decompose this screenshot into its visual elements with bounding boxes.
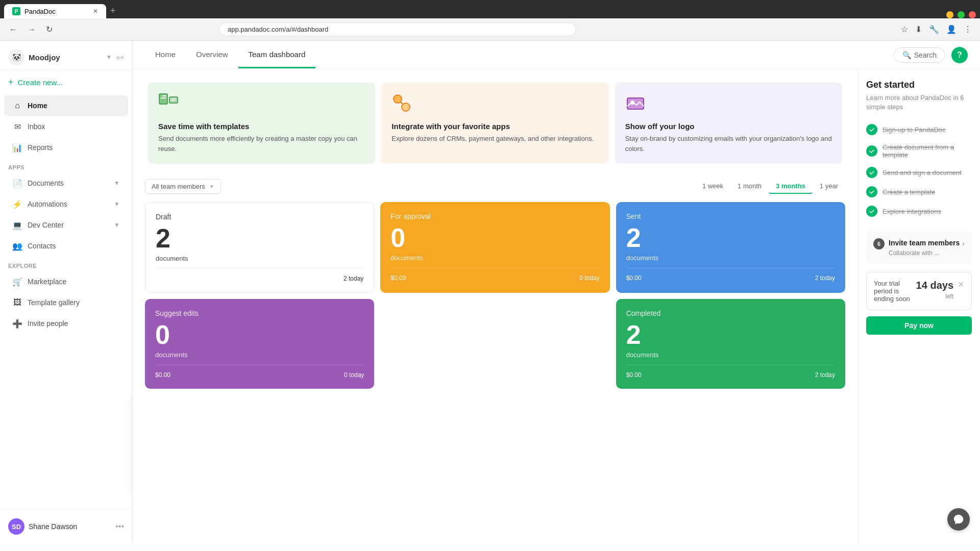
promo-card-desc: Stay on-brand by customizing emails with… — [625, 134, 832, 154]
promo-card-integrations[interactable]: Integrate with your favorite apps Explor… — [381, 83, 608, 164]
profile-icon[interactable]: 👤 — [944, 22, 959, 36]
checklist-item-label: Sign-up to PandaDoc — [883, 126, 946, 134]
collapse-sidebar-button[interactable]: «« — [116, 53, 124, 61]
checklist-item-label: Create a template — [883, 188, 935, 196]
filter-1year[interactable]: 1 year — [813, 179, 845, 194]
address-bar[interactable]: app.pandadoc.com/a/#/dashboard — [219, 22, 576, 36]
minimize-button[interactable] — [946, 11, 953, 18]
trial-text: Your trial period is ending soon — [874, 280, 912, 303]
bookmark-icon[interactable]: ☆ — [899, 22, 910, 36]
browser-tab-bar: P PandaDoc ✕ + — [0, 0, 980, 18]
stat-card-suggest-edits[interactable]: Suggest edits 0 documents $0.00 0 today — [145, 299, 374, 389]
filter-1week[interactable]: 1 week — [695, 179, 730, 194]
sidebar-item-invite-people[interactable]: ➕ Invite people — [4, 313, 128, 334]
promo-card-desc: Send documents more efficiently by creat… — [158, 134, 365, 154]
download-icon[interactable]: ⬇ — [913, 22, 924, 36]
sidebar-item-documents[interactable]: 📄 Documents ▼ — [4, 173, 128, 193]
promo-card-templates[interactable]: Save time with templates Send documents … — [148, 83, 375, 164]
url-display: app.pandadoc.com/a/#/dashboard — [228, 26, 568, 33]
create-new-button[interactable]: + Create new... — [0, 70, 132, 95]
invite-section[interactable]: 6 Invite team members › Collaborate with… — [866, 231, 972, 264]
invite-step-number: 6 — [873, 238, 885, 249]
user-more-icon[interactable]: ••• — [115, 522, 124, 531]
main-tabs: Home Overview Team dashboard — [145, 42, 315, 68]
sidebar-item-dev-center[interactable]: 💻 Dev Center ▼ — [4, 215, 128, 235]
stat-card-for-approval[interactable]: For approval 0 documents $0.00 0 today — [380, 202, 609, 293]
tab-team-dashboard[interactable]: Team dashboard — [238, 42, 316, 68]
user-profile-button[interactable]: SD Shane Dawson ••• — [0, 513, 132, 540]
svg-point-6 — [394, 95, 402, 103]
stat-card-completed[interactable]: Completed 2 documents $0.00 2 today — [616, 299, 845, 389]
svg-rect-2 — [161, 97, 166, 98]
sidebar: 🐼 Moodjoy ▼ «« + Create new... ⌂ Home ✉ … — [0, 41, 133, 544]
expand-arrow-icon: ▼ — [114, 221, 120, 229]
chat-bubble-button[interactable] — [947, 508, 970, 531]
new-tab-button[interactable]: + — [106, 4, 120, 18]
filter-3months[interactable]: 3 months — [769, 179, 813, 194]
team-filter-dropdown[interactable]: All team members ▼ — [145, 179, 221, 194]
logo-promo-icon — [625, 93, 832, 117]
checklist-item-label: Explore integrations — [883, 208, 941, 215]
stat-card-sub: documents — [626, 254, 835, 262]
svg-point-7 — [402, 103, 410, 111]
dropdown-chevron-icon: ▼ — [209, 184, 214, 189]
stat-card-value: 2 — [626, 321, 835, 348]
back-button[interactable]: ← — [6, 23, 20, 36]
template-gallery-icon: 🖼 — [12, 297, 22, 308]
checklist-item-create-template: Create a template — [866, 184, 972, 199]
stat-card-value: 0 — [155, 321, 364, 348]
tab-home-label: Home — [155, 50, 176, 59]
main-header: Home Overview Team dashboard 🔍 Search ? — [133, 41, 980, 69]
tab-overview[interactable]: Overview — [186, 42, 238, 68]
stat-card-sent[interactable]: Sent 2 documents $0.00 2 today — [616, 202, 845, 293]
stat-card-footer: $0.00 0 today — [155, 365, 364, 379]
inbox-icon: ✉ — [12, 121, 22, 132]
sidebar-nav: ⌂ Home ✉ Inbox 📊 Reports APPS 📄 Document… — [0, 95, 132, 509]
tab-close-button[interactable]: ✕ — [93, 8, 98, 15]
tab-home[interactable]: Home — [145, 42, 186, 68]
stat-card-today: 0 today — [344, 371, 364, 379]
automations-icon: ⚡ — [12, 199, 22, 209]
maximize-button[interactable] — [958, 11, 965, 18]
sidebar-item-inbox[interactable]: ✉ Inbox — [4, 116, 128, 137]
filter-1month[interactable]: 1 month — [730, 179, 769, 194]
main-area: Home Overview Team dashboard 🔍 Search ? — [133, 41, 980, 544]
check-circle-icon — [866, 124, 877, 135]
sidebar-item-label: Documents — [28, 179, 109, 187]
invite-desc: Collaborate with ... — [889, 249, 965, 257]
extensions-icon[interactable]: 🔧 — [927, 22, 941, 36]
sidebar-item-marketplace[interactable]: 🛒 Marketplace — [4, 271, 128, 292]
sidebar-item-home[interactable]: ⌂ Home — [4, 95, 128, 116]
sidebar-header: 🐼 Moodjoy ▼ «« — [0, 41, 132, 70]
marketplace-icon: 🛒 — [12, 277, 22, 287]
search-icon: 🔍 — [902, 51, 911, 59]
forward-button[interactable]: → — [24, 23, 39, 36]
search-button[interactable]: 🔍 Search — [894, 47, 945, 63]
reload-button[interactable]: ↻ — [43, 22, 56, 36]
sidebar-item-contacts[interactable]: 👥 Contacts — [4, 236, 128, 256]
browser-toolbar-icons: ☆ ⬇ 🔧 👤 ⋮ — [899, 22, 974, 36]
menu-icon[interactable]: ⋮ — [962, 22, 974, 36]
sidebar-item-reports[interactable]: 📊 Reports — [4, 137, 128, 158]
sidebar-item-label: Dev Center — [28, 221, 109, 229]
stat-card-draft[interactable]: Draft 2 documents 2 today — [145, 202, 374, 293]
sidebar-item-label: Home — [28, 102, 120, 110]
trial-close-button[interactable]: ✕ — [958, 280, 964, 289]
tab-title: PandaDoc — [24, 8, 56, 15]
svg-rect-5 — [170, 100, 175, 101]
checklist-item-label: Send and sign a document — [883, 169, 962, 177]
sidebar-item-template-gallery[interactable]: 🖼 Template gallery — [4, 292, 128, 313]
stat-card-today: 2 today — [344, 275, 363, 282]
promo-card-logo[interactable]: Show off your logo Stay on-brand by cust… — [615, 83, 842, 164]
dropdown-icon[interactable]: ▼ — [106, 54, 112, 61]
browser-tab[interactable]: P PandaDoc ✕ — [4, 4, 106, 18]
trial-banner: Your trial period is ending soon 14 days… — [866, 272, 972, 310]
sidebar-item-automations[interactable]: ⚡ Automations ▼ — [4, 194, 128, 214]
sidebar-item-label: Automations — [28, 200, 109, 208]
pay-now-button[interactable]: Pay now — [866, 316, 972, 335]
promo-card-desc: Explore dozens of CRMs, payment gateways… — [391, 134, 598, 144]
close-button[interactable] — [969, 11, 976, 18]
create-new-label: Create new... — [18, 78, 63, 87]
promo-card-title: Show off your logo — [625, 122, 832, 131]
help-button[interactable]: ? — [951, 47, 968, 63]
